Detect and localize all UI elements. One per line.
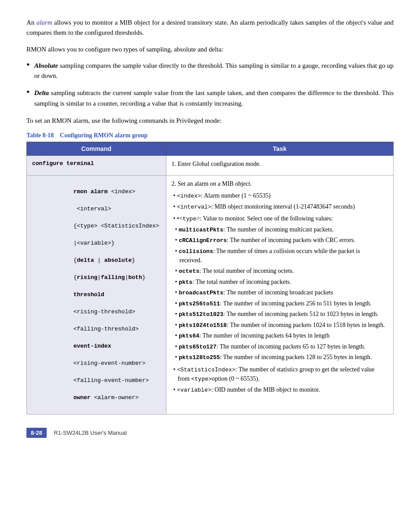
task-type-bullets: •<type>: Value to monitor. Select one of… — [172, 214, 388, 362]
footer-badge: 8-28 — [26, 428, 47, 438]
intro-para1: An alarm allows you to monitor a MIB obj… — [26, 18, 394, 38]
bullet-text-absolute: Absolute sampling compares the sample va… — [34, 61, 394, 81]
col-task: Task — [166, 142, 393, 156]
list-item: multicastPkts: The number of incoming mu… — [175, 225, 388, 235]
keyword-delta: Delta — [34, 89, 49, 96]
list-item: <index>: Alarm number (1 ~ 65535) — [173, 191, 388, 201]
bullet-row-delta: • Delta sampling subtracts the current s… — [26, 88, 394, 109]
sub-list: multicastPkts: The number of incoming mu… — [173, 225, 388, 362]
list-item: collisions: The number of times a collis… — [175, 246, 388, 265]
list-item: <variable>: OID number of the MIB object… — [173, 385, 388, 395]
keyword-absolute: Absolute — [34, 62, 58, 69]
task-intro-1: 1. Enter Global configuration mode. — [172, 159, 388, 169]
bullet-dot-1: • — [26, 59, 30, 70]
task-cell-2: 2. Set an alarm on a MIB object. <index>… — [166, 175, 393, 415]
page-content: An alarm allows you to monitor a MIB obj… — [26, 18, 394, 438]
main-table: Command Task configure terminal 1. Enter… — [26, 142, 394, 415]
caption-title: Configuring RMON alarm group — [60, 132, 147, 139]
task-extra-bullets: <StatisticsIndex>: The number of statist… — [172, 365, 388, 395]
cmd-cell-1: configure terminal — [27, 156, 166, 176]
intro-para2: RMON allows you to configure two types o… — [26, 44, 394, 55]
bullet-text-delta: Delta sampling subtracts the current sam… — [34, 88, 394, 109]
bullet-row-absolute: • Absolute sampling compares the sample … — [26, 61, 394, 81]
table-row: configure terminal 1. Enter Global confi… — [27, 156, 394, 176]
list-item: broadcastPkts: The number of incoming br… — [175, 288, 388, 297]
cmd-cell-2: rmon alarm <index> <interval> {<type> <S… — [27, 175, 166, 415]
cmd-text-1: configure terminal — [32, 160, 94, 167]
intro-para3: To set an RMON alarm, use the following … — [26, 116, 394, 126]
list-item: pkts128to255: The number of incoming pac… — [175, 352, 388, 362]
table-row: rmon alarm <index> <interval> {<type> <S… — [27, 175, 394, 415]
footer-bar: 8-28 R1-SW24L2B User's Manual — [26, 428, 394, 438]
bullet-dot-2: • — [26, 86, 30, 98]
list-item: •<type>: Value to monitor. Select one of… — [173, 214, 388, 362]
highlight-alarm: alarm — [37, 19, 52, 26]
cmd-text-2: rmon alarm <index> <interval> {<type> <S… — [32, 179, 161, 411]
list-item: pkts256to511: The number of incoming pac… — [175, 299, 388, 308]
table-header-row: Command Task — [27, 142, 394, 156]
list-item: <StatisticsIndex>: The number of statist… — [173, 365, 388, 384]
list-item: <interval>: MIB object monitoring interv… — [173, 202, 388, 212]
list-item: pkts: The total number of incoming packe… — [175, 277, 388, 287]
task-cell-1: 1. Enter Global configuration mode. — [166, 156, 393, 176]
col-command: Command — [27, 142, 166, 156]
table-caption: Table 8-18 Configuring RMON alarm group — [26, 132, 394, 139]
list-item: pkts65to127: The number of incoming pack… — [175, 342, 388, 352]
list-item: pkts64: The number of incoming packets 6… — [175, 331, 388, 341]
bullet-section-delta: • Delta sampling subtracts the current s… — [26, 88, 394, 109]
caption-num: Table 8-18 — [26, 132, 54, 139]
task-bullets-2: <index>: Alarm number (1 ~ 65535) <inter… — [172, 191, 388, 211]
list-item: pkts1024to1518: The number of incoming p… — [175, 320, 388, 330]
list-item: octets: The total number of incoming oct… — [175, 266, 388, 276]
task-intro-2: 2. Set an alarm on a MIB object. — [172, 179, 388, 189]
list-item: pkts512to1023: The number of incoming pa… — [175, 309, 388, 319]
footer-text: R1-SW24L2B User's Manual — [54, 430, 127, 436]
bullet-section-absolute: • Absolute sampling compares the sample … — [26, 61, 394, 81]
list-item: cRCAlignErrors: The number of incoming p… — [175, 235, 388, 245]
